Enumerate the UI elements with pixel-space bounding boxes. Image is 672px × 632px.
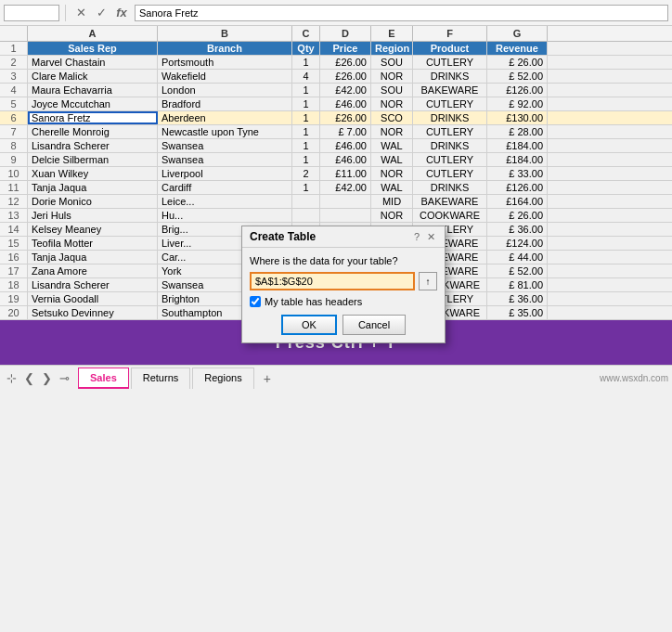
sheet-nav-last[interactable]: ⊸ xyxy=(57,371,72,385)
dialog-collapse-btn[interactable]: ↑ xyxy=(419,272,437,290)
cell-qty[interactable]: 2 xyxy=(292,167,320,180)
cell-branch[interactable]: Swansea xyxy=(158,139,292,152)
cell-price[interactable]: £46.00 xyxy=(320,139,371,152)
cell-product[interactable]: DRINKS xyxy=(413,181,487,194)
cell-price[interactable] xyxy=(320,209,371,222)
dialog-question-icon[interactable]: ? xyxy=(412,231,421,243)
cell-qty[interactable]: 1 xyxy=(292,56,320,69)
cell-branch[interactable]: Swansea xyxy=(158,153,292,166)
cell-region[interactable]: MID xyxy=(371,195,413,208)
table-row[interactable]: 13 Jeri Huls Hu... NOR COOKWARE £ 26.00 xyxy=(0,209,672,223)
cell-sales-rep[interactable]: Zana Amore xyxy=(28,264,158,277)
cell-product[interactable]: BAKEWARE xyxy=(413,84,487,97)
cell-revenue[interactable]: £164.00 xyxy=(487,195,548,208)
cell-region[interactable]: NOR xyxy=(371,125,413,138)
cell-price[interactable]: £ 7.00 xyxy=(320,125,371,138)
table-row[interactable]: 4 Maura Echavarria London 1 £42.00 SOU B… xyxy=(0,84,672,97)
cell-region[interactable]: NOR xyxy=(371,167,413,180)
cell-branch[interactable]: Portsmouth xyxy=(158,56,292,69)
cell-revenue[interactable]: £ 26.00 xyxy=(487,209,548,222)
cell-sales-rep[interactable]: Marvel Chastain xyxy=(28,56,158,69)
dialog-range-input[interactable] xyxy=(250,272,415,290)
cell-price[interactable]: £46.00 xyxy=(320,153,371,166)
cell-product[interactable]: DRINKS xyxy=(413,111,487,124)
table-row[interactable]: 5 Joyce Mccutchan Bradford 1 £46.00 NOR … xyxy=(0,97,672,111)
cell-product[interactable]: CUTLERY xyxy=(413,167,487,180)
cell-product[interactable]: CUTLERY xyxy=(413,153,487,166)
cell-qty[interactable]: 1 xyxy=(292,125,320,138)
cell-sales-rep[interactable]: Cherelle Monroig xyxy=(28,125,158,138)
table-row[interactable]: 10 Xuan Wilkey Liverpool 2 £11.00 NOR CU… xyxy=(0,167,672,181)
table-row[interactable]: 6 Sanora Fretz Aberdeen 1 £26.00 SCO DRI… xyxy=(0,111,672,125)
cell-revenue[interactable]: £130.00 xyxy=(487,111,548,124)
sheet-nav-first[interactable]: ⊹ xyxy=(4,371,19,385)
cell-region[interactable]: WAL xyxy=(371,181,413,194)
cell-qty[interactable]: 1 xyxy=(292,97,320,110)
cell-sales-rep[interactable]: Tanja Jaqua xyxy=(28,181,158,194)
cell-price[interactable]: £42.00 xyxy=(320,84,371,97)
cell-product[interactable]: DRINKS xyxy=(413,139,487,152)
cell-region[interactable]: SOU xyxy=(371,84,413,97)
cell-sales-rep[interactable]: Xuan Wilkey xyxy=(28,167,158,180)
sheet-tab-returns[interactable]: Returns xyxy=(131,368,191,389)
cell-price[interactable]: £46.00 xyxy=(320,97,371,110)
cell-sales-rep[interactable]: Tanja Jaqua xyxy=(28,251,158,264)
cell-sales-rep[interactable]: Clare Malick xyxy=(28,70,158,83)
cell-price[interactable] xyxy=(320,195,371,208)
cell-sales-rep[interactable]: Lisandra Scherer xyxy=(28,139,158,152)
cell-region[interactable]: SOU xyxy=(371,56,413,69)
cell-revenue[interactable]: £ 28.00 xyxy=(487,125,548,138)
cell-revenue[interactable]: £ 44.00 xyxy=(487,251,548,264)
cell-qty[interactable]: 1 xyxy=(292,153,320,166)
cell-sales-rep[interactable]: Kelsey Meaney xyxy=(28,223,158,236)
cell-sales-rep[interactable]: Joyce Mccutchan xyxy=(28,97,158,110)
cell-qty[interactable]: 1 xyxy=(292,139,320,152)
cell-branch[interactable]: Liverpool xyxy=(158,167,292,180)
cell-revenue[interactable]: £ 52.00 xyxy=(487,264,548,277)
cell-qty[interactable]: 1 xyxy=(292,181,320,194)
table-row[interactable]: 12 Dorie Monico Leice... MID BAKEWARE £1… xyxy=(0,195,672,209)
cell-revenue[interactable]: £ 81.00 xyxy=(487,278,548,291)
cell-product[interactable]: CUTLERY xyxy=(413,97,487,110)
cell-branch[interactable]: Cardiff xyxy=(158,181,292,194)
cell-sales-rep[interactable]: Sanora Fretz xyxy=(28,111,158,124)
table-row[interactable]: 11 Tanja Jaqua Cardiff 1 £42.00 WAL DRIN… xyxy=(0,181,672,195)
cell-branch[interactable]: London xyxy=(158,84,292,97)
cell-branch[interactable]: Bradford xyxy=(158,97,292,110)
cell-region[interactable]: NOR xyxy=(371,70,413,83)
cell-sales-rep[interactable]: Teofila Motter xyxy=(28,237,158,250)
cell-region[interactable]: WAL xyxy=(371,139,413,152)
function-icon[interactable]: fx xyxy=(112,6,131,19)
cell-qty[interactable]: 1 xyxy=(292,84,320,97)
cell-region[interactable]: NOR xyxy=(371,97,413,110)
cell-sales-rep[interactable]: Setsuko Devinney xyxy=(28,306,158,319)
cell-revenue[interactable]: £126.00 xyxy=(487,84,548,97)
cell-revenue[interactable]: £ 36.00 xyxy=(487,292,548,305)
col-header-c[interactable]: C xyxy=(292,26,320,41)
cell-revenue[interactable]: £124.00 xyxy=(487,237,548,250)
sheet-tab-sales[interactable]: Sales xyxy=(78,368,129,389)
cell-branch[interactable]: Leice... xyxy=(158,195,292,208)
cell-price[interactable]: £26.00 xyxy=(320,70,371,83)
add-sheet-button[interactable]: + xyxy=(256,368,278,390)
cell-product[interactable]: CUTLERY xyxy=(413,56,487,69)
cell-price[interactable]: £42.00 xyxy=(320,181,371,194)
cell-branch[interactable]: Aberdeen xyxy=(158,111,292,124)
col-header-f[interactable]: F xyxy=(413,26,487,41)
table-row[interactable]: 9 Delcie Silberman Swansea 1 £46.00 WAL … xyxy=(0,153,672,167)
cell-sales-rep[interactable]: Vernia Goodall xyxy=(28,292,158,305)
dialog-headers-checkbox[interactable] xyxy=(250,296,261,307)
cell-price[interactable]: £26.00 xyxy=(320,111,371,124)
cell-sales-rep[interactable]: Delcie Silberman xyxy=(28,153,158,166)
cell-revenue[interactable]: £ 92.00 xyxy=(487,97,548,110)
cell-branch[interactable]: Newcastle upon Tyne xyxy=(158,125,292,138)
dialog-close-icon[interactable]: ✕ xyxy=(425,231,437,243)
cell-qty[interactable] xyxy=(292,195,320,208)
cell-branch[interactable]: Hu... xyxy=(158,209,292,222)
sheet-tab-regions[interactable]: Regions xyxy=(192,368,253,389)
table-row[interactable]: 3 Clare Malick Wakefield 4 £26.00 NOR DR… xyxy=(0,70,672,84)
cell-revenue[interactable]: £126.00 xyxy=(487,181,548,194)
dialog-cancel-button[interactable]: Cancel xyxy=(342,315,406,335)
col-header-a[interactable]: A xyxy=(28,26,158,41)
cell-revenue[interactable]: £ 33.00 xyxy=(487,167,548,180)
